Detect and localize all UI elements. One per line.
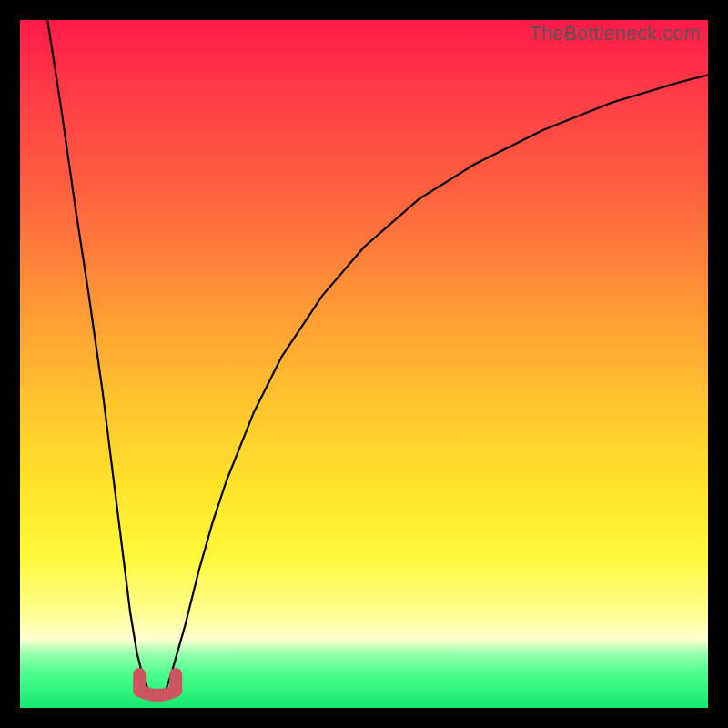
chart-svg [20,20,708,708]
left-branch-curve [47,20,150,694]
watermark-text: TheBottleneck.com [530,22,701,46]
right-branch-curve [165,76,708,694]
u-marker [139,674,176,695]
plot-area: TheBottleneck.com [20,20,708,708]
image-frame: TheBottleneck.com [0,0,728,728]
